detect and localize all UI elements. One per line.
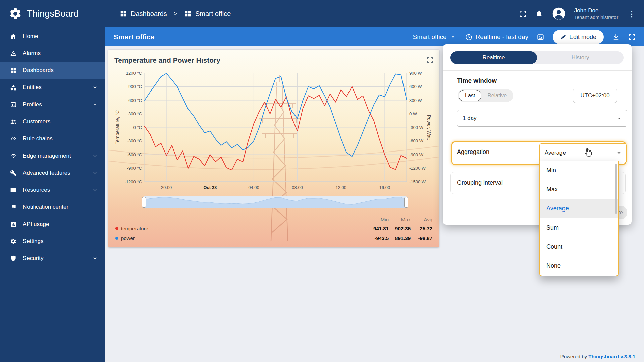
- breadcrumb-dashboards[interactable]: Dashboards: [120, 10, 167, 18]
- home-icon: [10, 33, 17, 40]
- option-count[interactable]: Count: [540, 237, 618, 256]
- advanced-features-icon: [10, 170, 17, 176]
- sidebar-item-security[interactable]: Security: [0, 250, 105, 267]
- sidebar-item-dashboards[interactable]: Dashboards: [0, 62, 105, 79]
- svg-text:0 W: 0 W: [409, 111, 417, 116]
- svg-text:-300 W: -300 W: [409, 125, 424, 130]
- edge-management-icon: [10, 153, 17, 159]
- thingsboard-logo-icon: [9, 7, 22, 20]
- widget-title: Temperature and Power History: [114, 56, 220, 64]
- user-role: Tenant administrator: [574, 14, 618, 20]
- svg-text:-1500 W: -1500 W: [409, 179, 426, 184]
- profiles-icon: [10, 101, 17, 108]
- legend-toggle-temperature[interactable]: temperature: [115, 226, 367, 231]
- svg-text:900 °C: 900 °C: [128, 84, 142, 89]
- legend-toggle-power[interactable]: power: [115, 235, 367, 241]
- user-menu[interactable]: John Doe Tenant administrator: [574, 7, 618, 20]
- aggregation-select[interactable]: Average: [539, 143, 627, 162]
- sidebar-item-api-usage[interactable]: API usage: [0, 216, 105, 233]
- tab-realtime[interactable]: Realtime: [450, 51, 537, 64]
- temperature-series-dot: [115, 227, 118, 230]
- chevron-down-icon: [92, 102, 98, 107]
- dashboard-select[interactable]: Smart office: [413, 33, 457, 41]
- chevron-down-icon: [92, 153, 98, 159]
- notifications-bell-icon[interactable]: [535, 10, 543, 18]
- time-window-heading: Time window: [457, 77, 497, 84]
- chevron-down-icon: [92, 170, 98, 176]
- last-relative-toggle: Last Relative: [458, 89, 513, 102]
- chevron-down-icon: [450, 34, 457, 40]
- option-max[interactable]: Max: [540, 180, 618, 199]
- interval-select[interactable]: 1 day: [457, 110, 627, 127]
- sidebar-item-edge-management[interactable]: Edge management: [0, 147, 105, 164]
- image-gallery-icon[interactable]: [537, 33, 544, 41]
- sidebar-item-resources[interactable]: Resources: [0, 181, 105, 198]
- range-overview-chart: [144, 196, 407, 208]
- top-header: Dashboards > Smart office John Doe Tenan…: [105, 0, 644, 27]
- customers-icon: [10, 118, 17, 125]
- option-sum[interactable]: Sum: [540, 218, 618, 237]
- dashboard-icon: [184, 10, 192, 17]
- powered-by-text: Powered by: [560, 354, 587, 359]
- chevron-down-icon: [615, 115, 623, 122]
- panel-divider: [443, 70, 632, 71]
- app-name: ThingsBoard: [27, 9, 79, 19]
- legend-row-power: power -943.5 891.39 -98.87: [115, 233, 432, 243]
- dashboards-icon: [10, 67, 17, 74]
- sidebar-item-home[interactable]: Home: [0, 27, 105, 45]
- fullscreen-icon[interactable]: [519, 10, 527, 18]
- thingsboard-logo[interactable]: ThingsBoard: [0, 0, 105, 27]
- option-average[interactable]: Average: [540, 199, 618, 218]
- sidebar-item-settings[interactable]: Settings: [0, 233, 105, 250]
- pencil-icon: [560, 34, 566, 40]
- sidebar-nav: Home Alarms Dashboards Entities Profiles…: [0, 27, 105, 267]
- svg-text:-1200 W: -1200 W: [409, 166, 426, 171]
- svg-text:16:00: 16:00: [379, 185, 390, 190]
- breadcrumb-separator: >: [174, 10, 177, 17]
- widget-fullscreen-icon[interactable]: [426, 56, 434, 64]
- dashboards-icon: [120, 10, 127, 17]
- svg-text:-600 °C: -600 °C: [127, 152, 142, 157]
- svg-text:Power, Watt: Power, Watt: [426, 115, 432, 140]
- security-icon: [10, 255, 17, 262]
- sidebar-item-entities[interactable]: Entities: [0, 79, 105, 96]
- timewindow-button[interactable]: Realtime - last day: [465, 33, 528, 41]
- timezone-button[interactable]: UTC+02:00: [573, 88, 617, 103]
- avatar[interactable]: [551, 6, 566, 21]
- svg-text:-300 °C: -300 °C: [127, 138, 142, 143]
- fullscreen-icon[interactable]: [628, 33, 636, 41]
- sidebar-item-rule-chains[interactable]: Rule chains: [0, 130, 105, 147]
- more-vertical-icon[interactable]: ⋮: [626, 9, 637, 19]
- time-range-selector[interactable]: [144, 196, 407, 208]
- relative-toggle[interactable]: Relative: [482, 93, 512, 99]
- svg-text:-900 W: -900 W: [409, 152, 424, 157]
- breadcrumb-smart-office[interactable]: Smart office: [184, 10, 231, 18]
- legend-row-temperature: temperature -941.81 902.35 -25.72: [115, 224, 432, 233]
- user-name: John Doe: [574, 7, 618, 14]
- last-toggle[interactable]: Last: [459, 90, 481, 101]
- range-handle-right[interactable]: [404, 197, 408, 208]
- tab-history[interactable]: History: [537, 51, 624, 64]
- menu-scrollbar[interactable]: [615, 164, 617, 214]
- thingsboard-version-link[interactable]: Thingsboard v.3.8.1: [588, 354, 635, 359]
- rule-chains-icon: [10, 135, 17, 142]
- svg-text:600 °C: 600 °C: [128, 98, 142, 103]
- sidebar: ThingsBoard Home Alarms Dashboards Entit…: [0, 0, 105, 362]
- dashboard-toolbar: Smart office Smart office Realtime - las…: [105, 27, 644, 46]
- sidebar-item-alarms[interactable]: Alarms: [0, 45, 105, 62]
- sidebar-item-advanced-features[interactable]: Advanced features: [0, 164, 105, 181]
- svg-text:1200 °C: 1200 °C: [126, 71, 142, 76]
- sidebar-item-customers[interactable]: Customers: [0, 113, 105, 130]
- option-none[interactable]: None: [540, 256, 618, 276]
- svg-text:08:00: 08:00: [292, 185, 303, 190]
- chevron-down-icon: [92, 256, 98, 261]
- sidebar-item-profiles[interactable]: Profiles: [0, 96, 105, 113]
- option-min[interactable]: Min: [540, 161, 618, 180]
- aggregation-label: Aggregation: [457, 148, 489, 156]
- download-icon[interactable]: [612, 33, 620, 41]
- history-chart: 1200 °C900 °C600 °C300 °C0 °C-300 °C-600…: [114, 69, 433, 207]
- range-handle-left[interactable]: [142, 197, 146, 208]
- edit-mode-button[interactable]: Edit mode: [553, 30, 604, 44]
- svg-text:600 W: 600 W: [409, 84, 422, 89]
- sidebar-item-notification-center[interactable]: Notification center: [0, 198, 105, 216]
